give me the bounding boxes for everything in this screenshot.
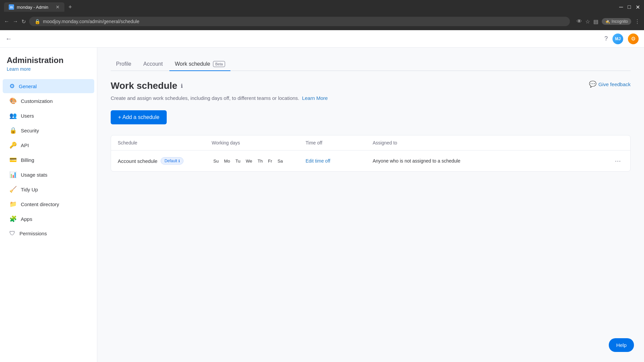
default-badge-label: Default [164,159,177,163]
forward-nav-button[interactable]: → [13,18,18,24]
row-more-button[interactable]: ⋯ [612,156,624,166]
maximize-button[interactable]: □ [628,4,631,10]
give-feedback-label: Give feedback [598,81,631,87]
minimize-button[interactable]: ─ [619,4,623,10]
sidebar-item-label-tidy-up: Tidy Up [21,187,38,192]
sidebar-item-permissions[interactable]: 🛡 Permissions [3,227,94,240]
sidebar-item-content-directory[interactable]: 📁 Content directory [3,197,94,211]
learn-more-link[interactable]: Learn More [302,95,328,101]
sidebar: Administration Learn more ⚙ General 🎨 Cu… [0,48,97,362]
tab-account-label: Account [143,61,163,67]
default-badge-icon: ℹ [178,159,180,163]
schedule-name-cell: Account schedule Default ℹ [118,157,212,165]
sidebar-item-label-content-directory: Content directory [21,201,59,207]
app-container: Administration Learn more ⚙ General 🎨 Cu… [0,30,644,362]
help-button[interactable]: Help [609,338,634,352]
content-directory-icon: 📁 [9,200,17,208]
day-we: We [244,158,254,165]
tab-profile[interactable]: Profile [111,58,137,71]
general-icon: ⚙ [9,82,15,90]
user-avatar[interactable]: MJ [612,34,623,44]
time-off-cell: Edit time off [306,158,373,164]
day-sa: Sa [276,158,284,165]
header-assigned-to: Assigned to [373,140,624,145]
reload-button[interactable]: ↻ [21,18,26,25]
window-controls: ─ □ ✕ [619,4,640,10]
sidebar-item-billing[interactable]: 💳 Billing [3,153,94,167]
header-time-off: Time off [306,140,373,145]
row-actions: ⋯ [612,156,624,166]
tab-work-schedule-label: Work schedule [175,61,210,67]
billing-icon: 💳 [9,156,17,164]
sidebar-item-label-usage-stats: Usage stats [21,172,47,178]
sidebar-item-label-apps: Apps [21,216,32,222]
table-row: Account schedule Default ℹ Su Mo Tu We T… [111,150,630,171]
apps-icon: 🧩 [9,215,17,223]
incognito-badge: 🕵 Incognito [602,18,631,25]
permissions-icon: 🛡 [9,230,15,237]
sidebar-item-security[interactable]: 🔒 Security [3,123,94,137]
day-tu: Tu [234,158,242,165]
title-info-icon[interactable]: ℹ [181,83,183,89]
browser-tab[interactable]: m monday - Admin ✕ [4,2,64,12]
schedule-name-text: Account schedule [118,158,157,164]
sidebar-item-users[interactable]: 👥 Users [3,109,94,123]
beta-badge: Beta [213,61,225,67]
lock-icon: 🔒 [35,19,40,24]
assigned-to-text: Anyone who is not assigned to a schedule [373,158,461,164]
page-subtitle: Create and assign work schedules, includ… [111,95,631,101]
day-fr: Fr [266,158,274,165]
browser-icons: 👁 ☆ ▤ [577,18,598,25]
working-days-cell: Su Mo Tu We Th Fr Sa [212,158,306,165]
header-working-days: Working days [212,140,306,145]
back-button[interactable]: ← [5,35,12,43]
day-su: Su [212,158,220,165]
sidebar-item-label-customization: Customization [21,98,53,104]
close-button[interactable]: ✕ [636,4,640,10]
feedback-icon: 💬 [589,80,596,88]
settings-icon[interactable]: ⚙ [628,34,639,44]
tabs: Profile Account Work schedule Beta [111,58,631,71]
api-icon: 🔑 [9,141,17,149]
main-content: Profile Account Work schedule Beta Work … [97,48,644,362]
tab-close-button[interactable]: ✕ [56,4,60,10]
tab-profile-label: Profile [116,61,131,67]
sidebar-item-label-general: General [19,83,37,89]
default-badge: Default ℹ [161,157,183,165]
edit-time-off-link[interactable]: Edit time off [306,158,330,164]
day-th: Th [256,158,264,165]
give-feedback-button[interactable]: 💬 Give feedback [589,80,631,88]
back-nav-button[interactable]: ← [4,18,9,24]
tab-favicon: m [9,4,14,10]
sidebar-item-label-permissions: Permissions [19,231,47,236]
tab-title: monday - Admin [17,5,48,10]
url-text: moodjoy.monday.com/admin/general/schedul… [43,19,139,24]
incognito-icon: 🕵 [605,19,610,24]
day-mo: Mo [222,158,232,165]
customization-icon: 🎨 [9,97,17,105]
sidebar-item-api[interactable]: 🔑 API [3,138,94,152]
assigned-to-cell: Anyone who is not assigned to a schedule… [373,156,624,166]
new-tab-button[interactable]: + [68,4,72,11]
tab-account[interactable]: Account [138,58,168,71]
sidebar-nav: ⚙ General 🎨 Customization 👥 Users 🔒 Secu… [0,76,97,244]
eye-slash-icon: 👁 [577,18,582,24]
sidebar-item-apps[interactable]: 🧩 Apps [3,212,94,226]
profile-icon[interactable]: ⋮ [635,18,640,25]
sidebar-item-tidy-up[interactable]: 🧹 Tidy Up [3,182,94,196]
star-icon[interactable]: ☆ [585,18,590,25]
sidebar-header: Administration Learn more [0,48,97,76]
address-bar[interactable]: 🔒 moodjoy.monday.com/admin/general/sched… [29,17,570,26]
add-schedule-button[interactable]: + Add a schedule [111,110,167,124]
sidebar-item-customization[interactable]: 🎨 Customization [3,94,94,108]
sidebar-item-general[interactable]: ⚙ General [3,79,94,93]
security-icon: 🔒 [9,127,17,134]
sidebar-icon[interactable]: ▤ [593,18,598,25]
sidebar-learn-more-link[interactable]: Learn more [7,66,90,72]
topbar-icons: ? MJ ⚙ [604,34,639,44]
help-icon[interactable]: ? [604,35,608,42]
sidebar-item-usage-stats[interactable]: 📊 Usage stats [3,168,94,182]
schedule-table: Schedule Working days Time off Assigned … [111,135,631,172]
tab-work-schedule[interactable]: Work schedule Beta [169,58,230,71]
sidebar-item-label-api: API [21,142,29,148]
